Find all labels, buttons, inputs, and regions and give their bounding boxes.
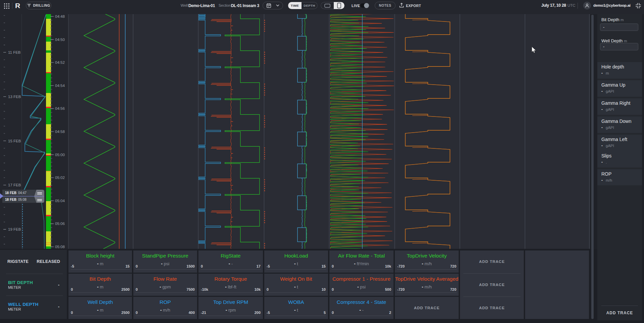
svg-text:04:50: 04:50 <box>55 38 65 42</box>
svg-text:04:58: 04:58 <box>55 130 65 134</box>
svg-text:15 FEB: 15 FEB <box>8 139 21 143</box>
svg-text:05:04: 05:04 <box>55 199 65 203</box>
svg-text:05:06: 05:06 <box>55 222 65 226</box>
svg-text:04:52: 04:52 <box>55 60 65 64</box>
svg-text:04:56: 04:56 <box>55 106 65 110</box>
svg-text:04:54: 04:54 <box>55 84 65 88</box>
svg-text:05:08: 05:08 <box>55 245 65 249</box>
svg-text:11 FEB: 11 FEB <box>8 50 21 54</box>
svg-text:19 FEB: 19 FEB <box>8 227 21 231</box>
svg-text:05:02: 05:02 <box>55 176 65 180</box>
svg-text:05:00: 05:00 <box>55 153 65 157</box>
svg-text:04:48: 04:48 <box>55 14 65 18</box>
svg-text:13 FEB: 13 FEB <box>8 95 21 99</box>
svg-text:17 FEB: 17 FEB <box>8 183 21 187</box>
